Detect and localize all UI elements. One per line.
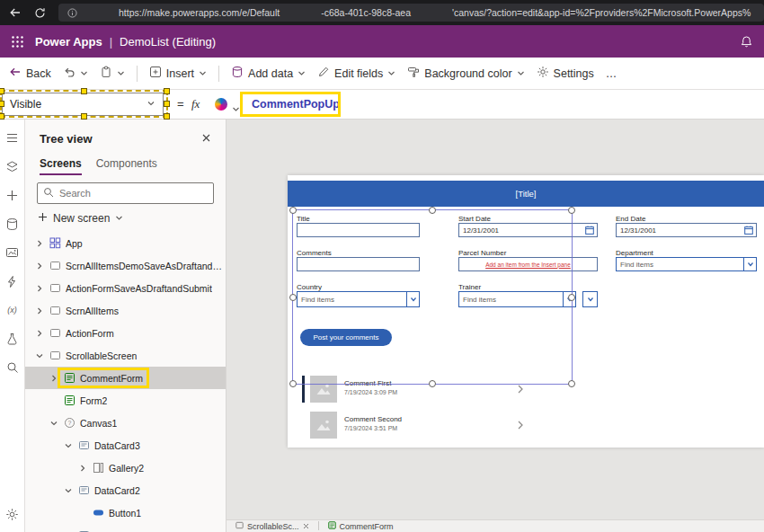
chevron-down-icon[interactable] bbox=[61, 441, 75, 450]
tree-item-body: Gallery2 bbox=[89, 460, 147, 475]
chevron-down-icon[interactable] bbox=[47, 419, 60, 428]
toolbar-separator bbox=[137, 66, 138, 82]
chevron-right-icon[interactable] bbox=[32, 306, 46, 315]
address-bar[interactable]: https://make.powerapps.com/e/Default -c6… bbox=[58, 4, 764, 22]
chevron-down-icon[interactable] bbox=[232, 101, 240, 117]
tree-item-datacard2[interactable]: DataCard2 bbox=[25, 479, 226, 501]
tree-item-datacard1[interactable]: DataCard1 bbox=[25, 524, 226, 532]
screen-preview[interactable]: [Title] TitleStart Date12/31/2001End Dat… bbox=[288, 175, 764, 448]
settings-button[interactable]: Settings bbox=[537, 66, 594, 81]
calendar-icon[interactable] bbox=[744, 226, 753, 235]
tree-item-commentform[interactable]: CommentForm bbox=[25, 367, 226, 389]
post-comments-button[interactable]: Post your comments bbox=[300, 329, 392, 346]
tree-view-panel: Tree view Screens Components New screen … bbox=[25, 120, 227, 532]
background-color-button[interactable]: Background color bbox=[407, 66, 524, 81]
calendar-icon[interactable] bbox=[585, 226, 594, 235]
chevron-right-icon[interactable] bbox=[32, 262, 46, 270]
field-input-comments[interactable] bbox=[297, 257, 420, 271]
tree-item-scrollablescreen[interactable]: ScrollableScreen bbox=[25, 344, 226, 367]
search-icon bbox=[43, 185, 54, 201]
notifications-bell-icon[interactable] bbox=[740, 35, 753, 49]
chevron-down-icon[interactable] bbox=[117, 67, 125, 80]
insert-plus-icon[interactable] bbox=[5, 188, 20, 202]
media-icon[interactable] bbox=[5, 245, 20, 260]
tree-item-scrnallitemsdemosaveasdraftandsubmit[interactable]: ScrnAllItemsDemoSaveAsDraftandSubmit bbox=[25, 254, 226, 277]
tree-item-body: DataCard2 bbox=[75, 483, 144, 498]
chevron-right-icon[interactable] bbox=[32, 284, 46, 293]
close-panel-icon[interactable] bbox=[201, 130, 211, 146]
chevron-down-icon[interactable] bbox=[743, 258, 756, 270]
browser-back-icon[interactable] bbox=[9, 6, 22, 19]
command-toolbar: Back Insert Add data Edit fields bbox=[0, 58, 764, 90]
formula-input-text[interactable]: CommentPopUp bbox=[252, 98, 340, 111]
field-input-start-date[interactable]: 12/31/2001 bbox=[458, 223, 598, 237]
paste-button[interactable] bbox=[100, 66, 125, 81]
advanced-tools-icon[interactable] bbox=[5, 332, 20, 346]
edit-fields-button[interactable]: Edit fields bbox=[317, 66, 395, 81]
gallery-item-comment-second[interactable]: Comment Second7/19/2024 3:51 PM bbox=[300, 411, 534, 439]
detached-dropdown-chevron[interactable] bbox=[582, 291, 598, 307]
back-button[interactable]: Back bbox=[9, 66, 51, 81]
screen-tab-commentform[interactable]: CommentForm bbox=[328, 521, 394, 531]
chevron-down-icon[interactable] bbox=[147, 98, 155, 111]
field-input-department[interactable]: Find items bbox=[616, 257, 757, 271]
add-data-button[interactable]: Add data bbox=[231, 66, 306, 81]
tree-item-button1[interactable]: Button1 bbox=[25, 501, 226, 524]
field-input-trainer[interactable]: Find items bbox=[458, 291, 576, 307]
data-sources-icon[interactable] bbox=[5, 217, 20, 231]
property-selector-dropdown[interactable]: Visible bbox=[2, 93, 164, 116]
tab-components[interactable]: Components bbox=[96, 157, 157, 175]
search-input[interactable] bbox=[59, 188, 208, 199]
screen-icon bbox=[49, 350, 61, 361]
tab-screens[interactable]: Screens bbox=[40, 157, 82, 175]
brand-name[interactable]: Power Apps bbox=[35, 35, 102, 49]
field-label-country: Country bbox=[297, 283, 322, 291]
tree-search-box[interactable] bbox=[37, 182, 214, 204]
chevron-down-icon[interactable] bbox=[32, 351, 46, 360]
tree-item-actionformsaveasdraftandsubmit[interactable]: ActionFormSaveAsDraftandSubmit bbox=[25, 277, 226, 299]
undo-button[interactable] bbox=[63, 66, 88, 81]
settings-gear-icon[interactable] bbox=[5, 507, 20, 521]
screen-tab-scrollablescreen[interactable]: ScrollableSc... bbox=[235, 521, 309, 531]
chevron-right-icon[interactable] bbox=[47, 374, 60, 383]
chevron-right-icon[interactable] bbox=[32, 329, 46, 338]
insert-menu-button[interactable]: Insert bbox=[149, 66, 207, 81]
chevron-down-icon[interactable] bbox=[80, 67, 88, 80]
chevron-down-icon[interactable] bbox=[115, 212, 123, 225]
tree-item-actionform[interactable]: ActionForm bbox=[25, 322, 226, 344]
chevron-down-icon[interactable] bbox=[406, 292, 419, 306]
field-input-parcel-number[interactable]: Add an item from the Insert pane bbox=[458, 257, 598, 271]
field-input-country[interactable]: Find items bbox=[297, 291, 420, 307]
chevron-right-icon[interactable] bbox=[32, 239, 46, 248]
site-info-icon[interactable] bbox=[67, 8, 77, 18]
button-icon bbox=[93, 507, 104, 519]
gallery-item-comment-first[interactable]: Comment First7/19/2024 3:09 PM bbox=[300, 375, 534, 403]
chevron-right-icon[interactable] bbox=[517, 382, 524, 398]
tree-item-form2[interactable]: Form2 bbox=[25, 389, 226, 412]
more-commands-button[interactable]: … bbox=[606, 67, 617, 80]
layers-icon[interactable] bbox=[5, 159, 20, 173]
app-header: Power Apps | DemoList (Editing) bbox=[0, 25, 764, 58]
power-automate-icon[interactable] bbox=[5, 274, 20, 288]
tree-item-app[interactable]: App bbox=[25, 232, 226, 254]
chevron-right-icon[interactable] bbox=[517, 418, 524, 434]
browser-refresh-icon[interactable] bbox=[34, 7, 46, 19]
field-input-title[interactable] bbox=[297, 223, 420, 237]
app-launcher-icon[interactable] bbox=[11, 35, 24, 49]
tree-item-datacard3[interactable]: DataCard3 bbox=[25, 434, 226, 457]
chevron-down-icon[interactable] bbox=[563, 292, 575, 306]
chevron-right-icon[interactable] bbox=[76, 464, 89, 473]
powerfx-icon[interactable] bbox=[215, 98, 227, 111]
variables-icon[interactable]: (x) bbox=[5, 303, 20, 317]
search-icon[interactable] bbox=[5, 360, 20, 375]
new-screen-button[interactable]: New screen bbox=[38, 212, 226, 225]
tree-item-scrnallitems[interactable]: ScrnAllItems bbox=[25, 299, 226, 322]
tree-view-menu-icon[interactable] bbox=[5, 130, 20, 145]
field-input-end-date[interactable]: 12/31/2001 bbox=[616, 223, 757, 237]
image-placeholder-icon bbox=[310, 376, 337, 403]
chevron-down-icon[interactable] bbox=[61, 486, 75, 495]
url-segment: 'canvas/?action=edit&app-id=%2Fproviders… bbox=[452, 7, 751, 18]
close-tab-icon[interactable] bbox=[303, 522, 309, 531]
tree-item-gallery2[interactable]: Gallery2 bbox=[25, 457, 226, 479]
tree-item-canvas1[interactable]: ?Canvas1 bbox=[25, 412, 226, 434]
